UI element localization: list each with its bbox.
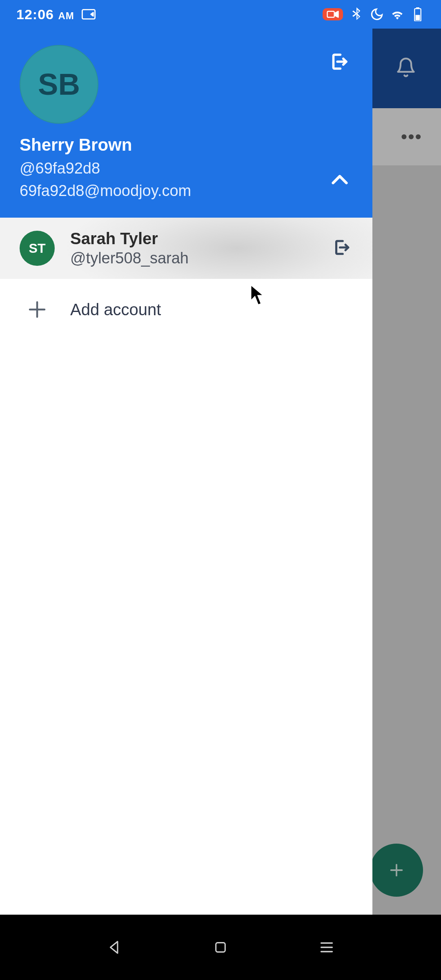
current-account-handle: @69fa92d8 [20, 160, 353, 177]
nav-back-button[interactable] [102, 935, 127, 960]
collapse-accounts-button[interactable] [328, 169, 351, 193]
svg-rect-11 [216, 943, 225, 952]
account-handle: @tyler508_sarah [70, 249, 315, 267]
battery-icon [411, 7, 425, 21]
wifi-icon [390, 7, 404, 21]
add-account-label: Add account [70, 301, 161, 319]
status-time: 12:06 AM [16, 7, 74, 22]
account-avatar: ST [20, 231, 55, 266]
account-name: Sarah Tyler [70, 229, 315, 248]
svg-rect-6 [327, 11, 334, 18]
nav-home-button[interactable] [208, 935, 233, 960]
nav-recent-button[interactable] [314, 935, 339, 960]
svg-rect-10 [416, 15, 420, 20]
android-nav-bar [0, 915, 441, 980]
account-info: Sarah Tyler @tyler508_sarah [70, 229, 315, 267]
dnd-moon-icon [370, 7, 384, 21]
status-bar: 12:06 AM [0, 0, 441, 29]
drawer-header: SB Sherry Brown @69fa92d8 69fa92d8@moodj… [0, 29, 372, 218]
avatar-initials: ST [29, 241, 46, 256]
chevron-up-icon [328, 169, 351, 192]
svg-marker-5 [91, 13, 93, 16]
switch-account-item[interactable]: ST Sarah Tyler @tyler508_sarah [0, 218, 372, 279]
screen-record-icon [323, 8, 343, 20]
sign-out-button[interactable] [327, 50, 351, 75]
add-account-item[interactable]: Add account [0, 279, 372, 340]
bluetooth-icon [350, 7, 363, 21]
current-account-email: 69fa92d8@moodjoy.com [20, 182, 353, 200]
cast-icon [82, 7, 96, 21]
signout-icon [331, 236, 353, 258]
account-drawer: SB Sherry Brown @69fa92d8 69fa92d8@moodj… [0, 29, 372, 915]
svg-marker-7 [335, 11, 338, 18]
signout-icon [327, 50, 351, 74]
avatar-initials: SB [38, 67, 80, 102]
current-account-name: Sherry Brown [20, 135, 353, 155]
plus-icon [20, 292, 55, 327]
current-account-avatar[interactable]: SB [20, 45, 98, 124]
sign-out-account-button[interactable] [331, 236, 353, 260]
